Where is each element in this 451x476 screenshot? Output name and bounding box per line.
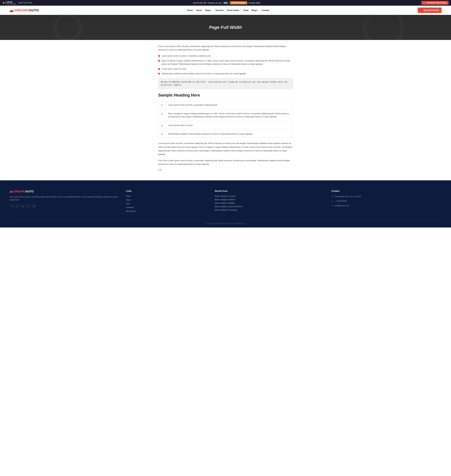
bullet-icon <box>158 73 160 75</box>
bullet-icon <box>158 55 160 57</box>
main-content: Fusce Lorem ipsum dolor sit amet, consec… <box>0 40 451 174</box>
promo-banner: Get All Our 50+ Themes at Just $99 Get A… <box>193 1 261 4</box>
shopping-icon: 🛒 <box>424 2 426 4</box>
number-badge: 2 <box>158 110 166 117</box>
numbered-item: 3 Lorem ipsum dolor sit amet <box>158 122 293 129</box>
site-footer: 🚗 DREAMSAUTO Lorem ipsum dolor sit amet,… <box>0 180 451 228</box>
content-wrapper: Fusce Lorem ipsum dolor sit amet, consec… <box>155 40 296 174</box>
phone-icon: 📞 <box>331 199 333 203</box>
main-nav: Home About Pages ▾ Services Short Codes … <box>187 9 269 12</box>
logo-auto: AUTO <box>29 8 39 12</box>
nav-contact[interactable]: Contact <box>262 9 269 12</box>
footer-grid: 🚗 DREAMSAUTO Lorem ipsum dolor sit amet,… <box>9 190 442 214</box>
diamond-icon: ◆ <box>2 1 5 5</box>
contact-email-row: ✉ email@domain.com <box>331 204 442 207</box>
footer-description: Lorem ipsum dolor sit amet, consectetur … <box>9 195 120 201</box>
chevron-down-icon: ▾ <box>258 10 258 11</box>
chevron-down-icon: ▾ <box>212 10 212 11</box>
instagram-icon[interactable]: ig <box>21 204 25 208</box>
recent-post-item[interactable]: Block category: Common <box>215 195 236 197</box>
luzuk-logo: ◆ LUZUK Themes Market <box>2 1 16 5</box>
nav-home[interactable]: Home <box>187 9 193 12</box>
limited-offer-text: Limited Offer! <box>249 2 261 4</box>
list-item: Pellentesque habitant morbi tristique se… <box>158 72 293 75</box>
footer-contact-info: 📍 123 anywhere Ave, City, ST 12345 📞 + 1… <box>331 195 442 207</box>
purchase-theme-button[interactable]: 🛒 Purchase This Theme <box>421 1 449 5</box>
nav-about[interactable]: About <box>196 9 202 12</box>
pinterest-icon[interactable]: p <box>15 204 19 208</box>
numbered-item-text: Pellentesque habitant morbi tristique se… <box>166 131 255 138</box>
nav-pages[interactable]: Pages ▾ <box>205 9 212 12</box>
bullet-icon <box>158 68 160 70</box>
numbered-item: 1 Lorem ipsum dolor sit amet, consectetu… <box>158 101 293 109</box>
number-badge: 4 <box>158 131 166 138</box>
recent-post-item[interactable]: Block category: Embeds <box>215 198 235 201</box>
recent-post-item[interactable]: Block category: Layout Elements <box>215 205 242 208</box>
footer-links-title: Links <box>126 190 209 192</box>
footer-link-myaccount[interactable]: My account <box>126 210 135 212</box>
recent-post-item[interactable]: Block category: Formatting <box>215 209 237 211</box>
numbered-item-text: Nunc vel ligula in augue tristique pelle… <box>166 110 293 121</box>
footer-logo-dreams: DREAMS <box>13 190 26 193</box>
number-badge: 3 <box>158 122 166 129</box>
facebook-icon[interactable]: f <box>9 204 13 208</box>
recent-post-item[interactable]: Block category: Widgets <box>215 202 235 204</box>
hide-frame-link[interactable]: Hide This Frame <box>19 2 32 4</box>
chevron-down-icon: ▾ <box>239 10 240 11</box>
footer-link-home[interactable]: Home <box>126 195 131 197</box>
footer-recent-title: Recent Post <box>215 190 325 192</box>
top-bar: ◆ LUZUK Themes Market Hide This Frame Ge… <box>0 0 451 6</box>
intro-paragraph: Fusce Lorem ipsum dolor sit amet, consec… <box>158 45 293 51</box>
email-icon: ✉ <box>331 204 333 207</box>
nav-shortcodes[interactable]: Short Codes ▾ <box>227 9 240 12</box>
edit-link[interactable]: Edit <box>158 169 162 171</box>
numbered-item-text: Lorem ipsum dolor sit amet <box>166 122 195 129</box>
bullet-list: Lorem ipsum dolor sit amet, consectetur … <box>158 54 293 75</box>
footer-contact-col: Contact 📍 123 anywhere Ave, City, ST 123… <box>331 190 442 214</box>
contact-phone: + 12345678910 <box>335 199 347 203</box>
site-logo: 🚗 DREAMSAUTO <box>9 8 39 12</box>
get-all-themes-button[interactable]: Get All Themes <box>230 1 247 4</box>
footer-link-about[interactable]: About <box>126 199 131 201</box>
footer-link-checkout[interactable]: Checkout <box>126 206 134 209</box>
luzuk-brand-name: LUZUK <box>6 1 16 3</box>
promo-text: Get All Our 50+ Themes at Just <box>193 2 222 4</box>
map-pin-icon: 📍 <box>331 195 333 198</box>
linkedin-icon[interactable]: in <box>26 204 30 208</box>
hero-title: Page Full Width <box>209 25 242 30</box>
nav-shop[interactable]: Shop <box>243 9 249 12</box>
site-header: 🚗 DREAMSAUTO Home About Pages ▾ Services… <box>0 6 451 15</box>
footer-car-icon: 🚗 <box>9 190 13 193</box>
contact-address-row: 📍 123 anywhere Ave, City, ST 12345 <box>331 195 442 198</box>
numbered-list: 1 Lorem ipsum dolor sit amet, consectetu… <box>158 101 293 138</box>
contact-address: 123 anywhere Ave, City, ST 12345 <box>335 195 361 198</box>
nav-services[interactable]: Services <box>215 9 224 12</box>
phone-icon: 📞 <box>420 9 423 12</box>
contact-phone-row: 📞 + 12345678910 <box>331 199 442 203</box>
nav-blogs[interactable]: Blogs ▾ <box>252 9 258 12</box>
luzuk-brand-sub: Themes Market <box>6 3 16 5</box>
footer-links-col: Links Home About Cart Checkout My accoun… <box>126 190 209 214</box>
sample-heading: Sample Heading Here <box>158 93 293 98</box>
list-item: Lorem ipsum dolor sit amet, consectetur … <box>158 54 293 58</box>
logo-car-icon: 🚗 <box>9 8 14 12</box>
footer-copyright: Copyright @2021 all right reserved autom… <box>9 220 442 224</box>
numbered-item: 2 Nunc vel ligula in augue tristique pel… <box>158 110 293 121</box>
list-item: Lorem ipsum dolor sit amet <box>158 67 293 71</box>
code-block: Normes CE MEDICAL 93/42/CEE et 2017/745 … <box>158 78 293 89</box>
numbered-item: 4 Pellentesque habitant morbi tristique … <box>158 130 293 138</box>
footer-logo-col: 🚗 DREAMSAUTO Lorem ipsum dolor sit amet,… <box>9 190 120 214</box>
footer-link-cart[interactable]: Cart <box>126 203 130 205</box>
footer-link-list: Home About Cart Checkout My account <box>126 195 209 212</box>
body-paragraph-1: Lorem ipsum dolor sit amet, consectetur … <box>158 141 293 156</box>
price-badge: $99 <box>223 1 229 4</box>
bullet-icon <box>158 60 160 62</box>
footer-recent-col: Recent Post Block category: Common Block… <box>215 190 325 214</box>
footer-logo-auto: AUTO <box>26 190 34 193</box>
hero-banner: Page Full Width <box>0 15 451 40</box>
phone-button[interactable]: 📞 012-478-787878 <box>418 7 442 13</box>
number-badge: 1 <box>158 102 166 108</box>
twitter-icon[interactable]: tw <box>32 204 36 208</box>
top-bar-left: ◆ LUZUK Themes Market Hide This Frame <box>2 1 32 5</box>
list-item: Nunc vel ligula in augue tristique pelle… <box>158 59 293 66</box>
